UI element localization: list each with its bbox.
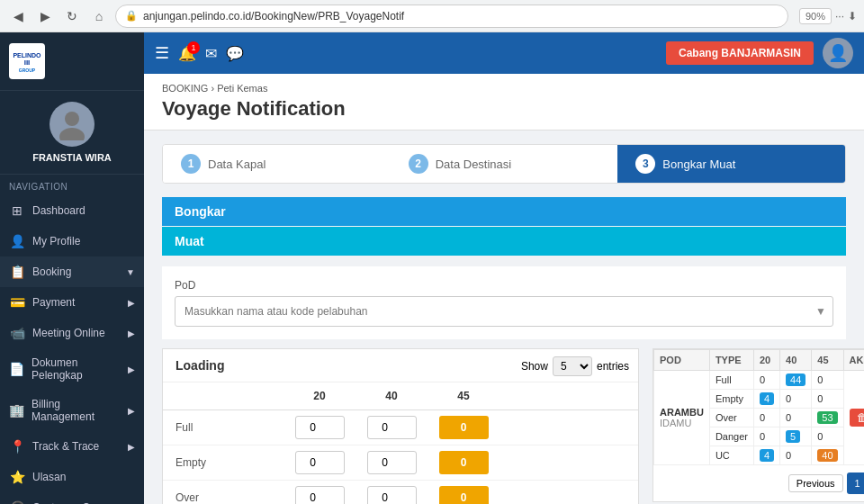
security-icon: 🔒 <box>125 10 138 22</box>
breadcrumb: BOOKING › Peti Kemas <box>162 83 846 94</box>
mail-button[interactable]: ✉ <box>205 45 217 62</box>
browser-chrome: ◀ ▶ ↻ ⌂ 🔒 anjungan.pelindo.co.id/Booking… <box>0 0 864 32</box>
step-1[interactable]: 1 Data Kapal <box>163 145 391 183</box>
type-uc: UC <box>709 446 753 465</box>
sidebar-item-dokumen-pelengkap[interactable]: 📄 Dokumen Pelengkap ▶ <box>0 348 144 390</box>
step-1-num: 1 <box>181 154 201 174</box>
sidebar-item-label: Dokumen Pelengkap <box>32 356 121 382</box>
main-area: Loading Show 5 10 25 entries <box>162 348 846 504</box>
sidebar-item-label: Ulasan <box>32 471 66 483</box>
empty-20-input[interactable] <box>295 451 345 474</box>
full-45-cell: 0 <box>439 416 489 439</box>
full-20-input[interactable] <box>295 416 345 439</box>
loading-table-header: 20 40 45 <box>163 382 638 410</box>
empty-40-input[interactable] <box>367 451 417 474</box>
sidebar-header: PELINDO III GROUP <box>0 32 144 91</box>
v45-full: 0 <box>812 371 843 390</box>
content-header: BOOKING › Peti Kemas Voyage Notification <box>144 74 864 130</box>
loading-row-empty: Empty 0 <box>163 446 638 481</box>
sidebar-item-payment[interactable]: 💳 Payment ▶ <box>0 287 144 318</box>
branch-button[interactable]: Cabang BANJARMASIN <box>666 41 814 65</box>
dokumen-icon: 📄 <box>9 362 24 376</box>
delete-button[interactable]: 🗑 <box>850 409 864 427</box>
notifications-button[interactable]: 🔔 1 <box>178 45 196 62</box>
billing-icon: 🏢 <box>9 403 24 418</box>
step-3[interactable]: 3 Bongkar Muat <box>617 145 845 183</box>
th-20: 20 <box>753 350 779 371</box>
chevron-right-icon: ▶ <box>128 328 135 338</box>
track-icon: 📍 <box>9 439 25 454</box>
sidebar-item-ulasan[interactable]: ⭐ Ulasan <box>0 462 144 492</box>
address-bar[interactable]: 🔒 anjungan.pelindo.co.id/BookingNew/PRB_… <box>115 4 788 28</box>
over-45-cell: 0 <box>439 486 489 504</box>
zoom-level[interactable]: 90% <box>799 8 832 24</box>
step-1-label: Data Kapal <box>208 158 266 171</box>
loading-table-section: Loading Show 5 10 25 entries <box>162 348 639 504</box>
sidebar-item-track-trace[interactable]: 📍 Track & Trace ▶ <box>0 431 144 462</box>
sidebar-item-meeting-online[interactable]: 📹 Meeting Online ▶ <box>0 318 144 348</box>
th-type: TYPE <box>709 350 753 371</box>
v20-empty: 4 <box>753 390 779 409</box>
sidebar-item-label: Track & Trace <box>32 440 99 453</box>
v20-over: 0 <box>753 409 779 428</box>
svg-text:III: III <box>24 58 31 67</box>
forward-button[interactable]: ▶ <box>34 5 56 27</box>
sidebar-item-label: My Profile <box>32 235 80 248</box>
step-2-label: Data Destinasi <box>436 158 512 171</box>
logo: PELINDO III GROUP <box>9 43 45 79</box>
v40-danger: 5 <box>780 428 812 446</box>
v20-full: 0 <box>753 371 779 390</box>
sidebar-item-billing-management[interactable]: 🏢 Billing Management ▶ <box>0 390 144 431</box>
home-button[interactable]: ⌂ <box>88 5 110 27</box>
notification-badge: 1 <box>187 41 200 54</box>
show-entries: Show 5 10 25 entries <box>521 356 629 376</box>
th-45: 45 <box>812 350 843 371</box>
user-section: FRANSTIA WIRA <box>0 91 144 175</box>
sidebar-item-customer-care[interactable]: 🎧 Customer Care <box>0 492 144 504</box>
loading-row-full: Full 0 <box>163 410 638 446</box>
svg-text:GROUP: GROUP <box>19 68 36 73</box>
entries-select[interactable]: 5 10 25 <box>553 356 592 376</box>
step-3-label: Bongkar Muat <box>662 158 735 171</box>
chat-button[interactable]: 💬 <box>226 45 244 62</box>
pod-input[interactable] <box>175 296 833 327</box>
bongkar-header: Bongkar <box>162 197 846 226</box>
type-danger: Danger <box>709 428 753 446</box>
chevron-right-icon: ▶ <box>128 298 135 308</box>
table-row: ARAMBU IDAMU Full 0 44 0 🗑 <box>654 371 865 390</box>
full-40-input[interactable] <box>367 416 417 439</box>
sidebar-item-my-profile[interactable]: 👤 My Profile <box>0 226 144 256</box>
url-text: anjungan.pelindo.co.id/BookingNew/PRB_Vo… <box>143 10 404 22</box>
entries-label: entries <box>597 360 629 373</box>
hamburger-button[interactable]: ☰ <box>155 43 169 63</box>
customer-care-icon: 🎧 <box>9 500 25 504</box>
chevron-right-icon: ▶ <box>128 406 135 416</box>
pod-section: PoD ▼ <box>162 266 846 339</box>
nav-section-label: Navigation <box>0 175 144 195</box>
page-1-button[interactable]: 1 <box>847 472 864 494</box>
download-icon[interactable]: ⬇ <box>848 10 857 22</box>
user-profile-button[interactable]: 👤 <box>823 38 853 68</box>
user-avatar <box>50 102 94 147</box>
refresh-button[interactable]: ↻ <box>61 5 83 27</box>
sidebar-item-booking[interactable]: 📋 Booking ▼ <box>0 256 144 287</box>
more-options[interactable]: ··· <box>835 10 844 22</box>
sidebar: PELINDO III GROUP FRANSTIA WIRA Navigati… <box>0 32 144 504</box>
breadcrumb-booking[interactable]: BOOKING <box>162 83 208 94</box>
pod-table-header-row: POD TYPE 20 40 45 AKSI <box>654 350 865 371</box>
v40-over: 0 <box>780 409 812 428</box>
col-header-type <box>176 390 284 402</box>
v40-full: 44 <box>780 371 812 390</box>
row-label-full: Full <box>176 421 284 434</box>
sidebar-item-dashboard[interactable]: ⊞ Dashboard <box>0 195 144 226</box>
app-wrapper: PELINDO III GROUP FRANSTIA WIRA Navigati… <box>0 32 864 504</box>
previous-button[interactable]: Previous <box>788 474 843 492</box>
step-3-num: 3 <box>635 154 655 174</box>
step-2[interactable]: 2 Data Destinasi <box>391 145 618 183</box>
empty-45-cell: 0 <box>439 451 489 474</box>
over-20-input[interactable] <box>295 486 345 504</box>
over-40-input[interactable] <box>367 486 417 504</box>
loading-row-over: Over 0 <box>163 481 638 504</box>
browser-actions: 90% ··· ⬇ <box>799 8 857 24</box>
back-button[interactable]: ◀ <box>7 5 29 27</box>
